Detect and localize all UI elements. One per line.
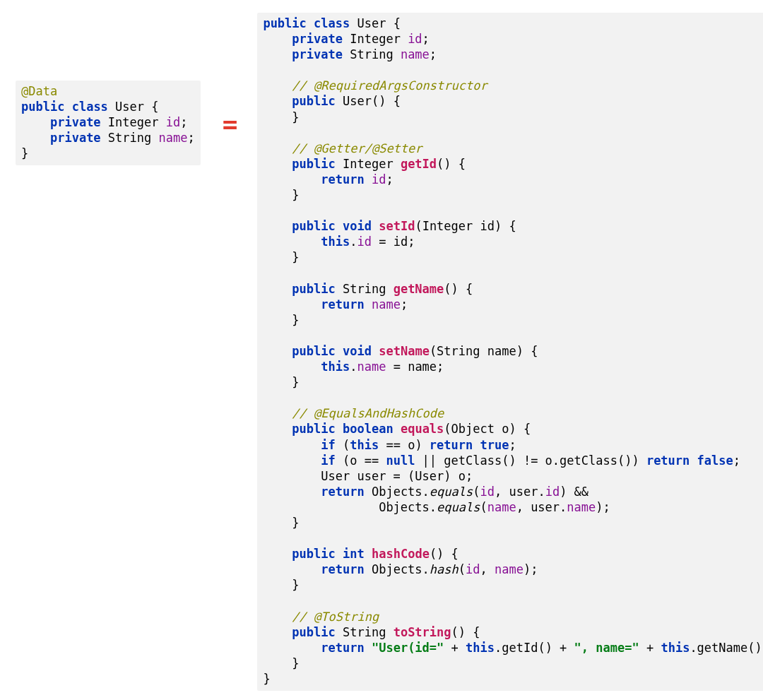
type: Integer <box>336 157 401 171</box>
field-id: id <box>480 485 495 499</box>
method-getname: getName <box>394 282 444 296</box>
type: String <box>101 131 159 145</box>
indent <box>263 282 292 296</box>
sp <box>336 344 343 358</box>
equals-icon: = <box>218 112 240 137</box>
field-id: id <box>466 562 480 576</box>
indent <box>21 115 50 129</box>
method-setid: setId <box>379 219 415 233</box>
kw-public: public <box>292 282 335 296</box>
kw-return: return <box>321 485 364 499</box>
method-setname: setName <box>379 344 430 358</box>
kw-this: this <box>466 641 495 655</box>
sp <box>365 297 372 312</box>
sp <box>365 172 372 186</box>
field-name: name <box>372 297 401 312</box>
kw-this: this <box>321 235 350 249</box>
brace: } <box>263 313 299 327</box>
indent <box>263 344 292 358</box>
kw-null: null <box>386 453 415 468</box>
sp <box>365 641 372 655</box>
kw-public: public <box>292 219 335 233</box>
kw-public: public <box>292 625 335 639</box>
type: String <box>343 47 401 61</box>
brace: } <box>263 656 299 670</box>
field-id: id <box>357 235 371 249</box>
cmp: || getClass() != o.getClass()) <box>415 453 646 468</box>
call: .getId() + <box>495 641 574 655</box>
kw-public: public <box>263 16 306 30</box>
semi: ; <box>187 131 194 145</box>
semi: ; <box>401 297 408 312</box>
arg: , user. <box>516 500 567 514</box>
indent <box>263 172 321 186</box>
expanded-code-block: public class User { private Integer id; … <box>257 13 763 691</box>
indent <box>263 94 292 108</box>
comment-equalshash: // @EqualsAndHashCode <box>263 406 444 420</box>
cmp: == o) <box>379 438 430 452</box>
indent <box>263 453 321 468</box>
kw-private: private <box>292 32 343 46</box>
indent <box>263 422 292 436</box>
call-equals: equals <box>430 485 473 499</box>
semi: ; <box>733 453 740 468</box>
kw-return: return <box>321 172 364 186</box>
kw-true: true <box>480 438 509 452</box>
class-decl: User { <box>108 100 159 114</box>
indent <box>263 641 321 655</box>
rest: ) && <box>560 485 588 499</box>
plus: + <box>444 641 466 655</box>
kw-void: void <box>343 219 372 233</box>
call-equals: equals <box>437 500 480 514</box>
sp <box>365 547 372 561</box>
brace: } <box>263 578 299 592</box>
method-getid: getId <box>401 157 437 171</box>
sig: (Object o) { <box>444 422 531 436</box>
sp <box>372 219 379 233</box>
sp <box>336 422 343 436</box>
arg: , user. <box>495 485 545 499</box>
call-hash: hash <box>430 562 459 576</box>
type: Integer <box>343 32 408 46</box>
method-tostring: toString <box>394 625 451 639</box>
kw-private: private <box>292 47 343 61</box>
comment-gettersetter: // @Getter/@Setter <box>263 141 422 155</box>
call: .getName() + <box>690 641 763 655</box>
annotation-data: @Data <box>21 84 57 98</box>
field-name: name <box>401 47 430 61</box>
class-decl: User { <box>350 16 401 30</box>
kw-void: void <box>343 344 372 358</box>
indent <box>263 47 292 61</box>
kw-return: return <box>321 297 364 312</box>
kw-public: public <box>292 157 335 171</box>
indent <box>263 438 321 452</box>
indent <box>263 219 292 233</box>
kw-return: return <box>321 641 364 655</box>
kw-this: this <box>350 438 379 452</box>
field-id: id <box>372 172 386 186</box>
field-name: name <box>495 562 524 576</box>
brace: } <box>263 672 270 686</box>
sp <box>336 219 343 233</box>
kw-public: public <box>292 94 335 108</box>
semi: ; <box>180 115 187 129</box>
field-name: name <box>487 500 516 514</box>
indent <box>21 131 50 145</box>
indent <box>263 235 321 249</box>
paren: ( <box>459 562 466 576</box>
call: Objects. <box>263 500 437 514</box>
kw-class: class <box>314 16 350 30</box>
comparison-container: @Data public class User { private Intege… <box>0 0 763 700</box>
indent <box>263 157 292 171</box>
rest: ); <box>524 562 538 576</box>
indent <box>263 562 321 576</box>
sig: () { <box>430 547 459 561</box>
comment-tostring: // @ToString <box>263 610 379 624</box>
rest: ); <box>596 500 610 514</box>
brace: } <box>263 110 299 124</box>
assign: = id; <box>372 235 415 249</box>
kw-public: public <box>292 547 335 561</box>
paren: ( <box>336 438 350 452</box>
brace: } <box>263 188 299 202</box>
kw-this: this <box>321 360 350 374</box>
